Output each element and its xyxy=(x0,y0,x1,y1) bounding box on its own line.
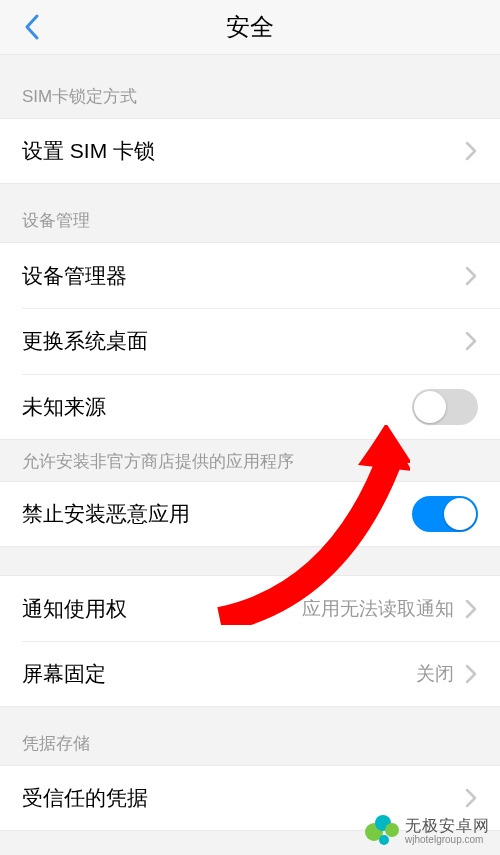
row-unknown-sources[interactable]: 未知来源 xyxy=(0,374,500,440)
row-sim-lock[interactable]: 设置 SIM 卡锁 xyxy=(0,118,500,184)
row-label: 屏幕固定 xyxy=(22,660,106,688)
chevron-right-icon xyxy=(464,663,478,685)
watermark-url: wjhotelgroup.com xyxy=(405,834,490,845)
toggle-unknown-sources[interactable] xyxy=(412,389,478,425)
chevron-right-icon xyxy=(464,598,478,620)
row-label: 受信任的凭据 xyxy=(22,784,148,812)
row-label: 通知使用权 xyxy=(22,595,127,623)
row-value: 应用无法读取通知 xyxy=(302,596,454,622)
row-label: 禁止安装恶意应用 xyxy=(22,500,190,528)
chevron-left-icon xyxy=(22,13,44,41)
page-title: 安全 xyxy=(0,11,500,43)
toggle-block-malicious[interactable] xyxy=(412,496,478,532)
watermark-brand: 无极安卓网 xyxy=(405,817,490,835)
section-footer-unknown: 允许安装非官方商店提供的应用程序 xyxy=(0,440,500,481)
row-label: 更换系统桌面 xyxy=(22,327,148,355)
row-screen-pinning[interactable]: 屏幕固定 关闭 xyxy=(0,641,500,707)
chevron-right-icon xyxy=(464,787,478,809)
row-value: 关闭 xyxy=(416,661,454,687)
row-label: 设置 SIM 卡锁 xyxy=(22,137,155,165)
section-header-sim: SIM卡锁定方式 xyxy=(0,55,500,118)
section-header-credentials: 凭据存储 xyxy=(0,707,500,765)
watermark-logo-icon xyxy=(365,813,401,849)
chevron-right-icon xyxy=(464,265,478,287)
row-notification-access[interactable]: 通知使用权 应用无法读取通知 xyxy=(0,575,500,641)
watermark: 无极安卓网 wjhotelgroup.com xyxy=(365,813,490,849)
chevron-right-icon xyxy=(464,330,478,352)
header-bar: 安全 xyxy=(0,0,500,55)
row-device-manager[interactable]: 设备管理器 xyxy=(0,242,500,308)
chevron-right-icon xyxy=(464,140,478,162)
row-label: 未知来源 xyxy=(22,393,106,421)
back-button[interactable] xyxy=(8,0,58,54)
row-block-malicious[interactable]: 禁止安装恶意应用 xyxy=(0,481,500,547)
row-label: 设备管理器 xyxy=(22,262,127,290)
section-header-device: 设备管理 xyxy=(0,184,500,242)
row-change-launcher[interactable]: 更换系统桌面 xyxy=(0,308,500,374)
